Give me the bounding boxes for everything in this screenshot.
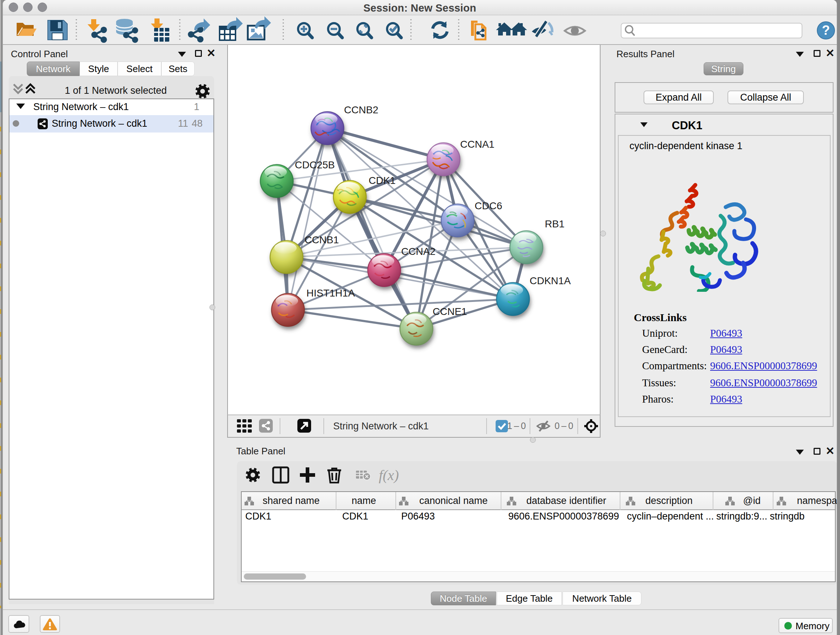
svg-text:1 – 0: 1 – 0 [507, 421, 526, 431]
svg-text:CCNA2: CCNA2 [401, 246, 436, 257]
svg-text:f(x): f(x) [379, 467, 399, 483]
svg-text:CDK1: CDK1 [369, 175, 396, 186]
svg-text:?: ? [822, 23, 830, 38]
svg-text:CDC25B: CDC25B [295, 159, 335, 171]
svg-text:CCNB2: CCNB2 [344, 104, 378, 116]
svg-text:CCNE1: CCNE1 [433, 306, 467, 317]
svg-text:0 – 0: 0 – 0 [554, 421, 573, 431]
svg-text:CCNB1: CCNB1 [305, 234, 339, 245]
svg-text:String Network – cdk1: String Network – cdk1 [333, 421, 429, 432]
svg-text:1 of 1 Network selected: 1 of 1 Network selected [65, 85, 167, 96]
svg-text:CDC6: CDC6 [475, 200, 502, 211]
svg-text:RB1: RB1 [545, 218, 564, 230]
svg-text:HIST1H1A: HIST1H1A [306, 287, 355, 299]
svg-text:CCNA1: CCNA1 [460, 139, 494, 150]
svg-text:CDKN1A: CDKN1A [530, 275, 571, 287]
